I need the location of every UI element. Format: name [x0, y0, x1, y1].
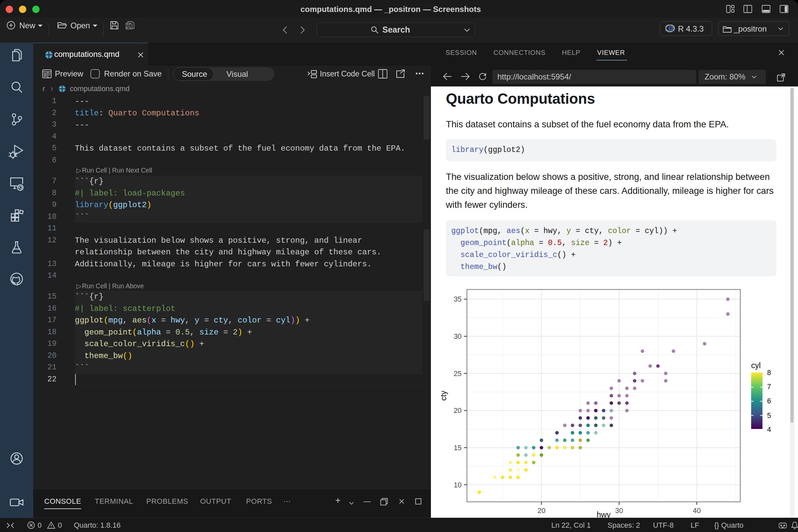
svg-text:25: 25 — [454, 370, 461, 378]
svg-text:5: 5 — [767, 412, 771, 420]
svg-text:30: 30 — [454, 332, 461, 341]
svg-text:15: 15 — [454, 444, 461, 452]
svg-text:4: 4 — [767, 425, 771, 434]
svg-text:8: 8 — [767, 369, 771, 377]
svg-text:35: 35 — [454, 295, 461, 303]
svg-text:10: 10 — [454, 481, 461, 489]
svg-text:6: 6 — [767, 397, 771, 405]
svg-text:hwy: hwy — [596, 510, 610, 518]
svg-text:20: 20 — [454, 407, 461, 415]
svg-text:20: 20 — [537, 507, 545, 515]
svg-text:40: 40 — [693, 507, 701, 515]
svg-text:R: R — [668, 25, 673, 33]
svg-text:cty: cty — [439, 391, 448, 401]
svg-text:7: 7 — [767, 383, 771, 391]
svg-text:30: 30 — [615, 507, 623, 515]
svg-text:cyl: cyl — [751, 361, 761, 370]
